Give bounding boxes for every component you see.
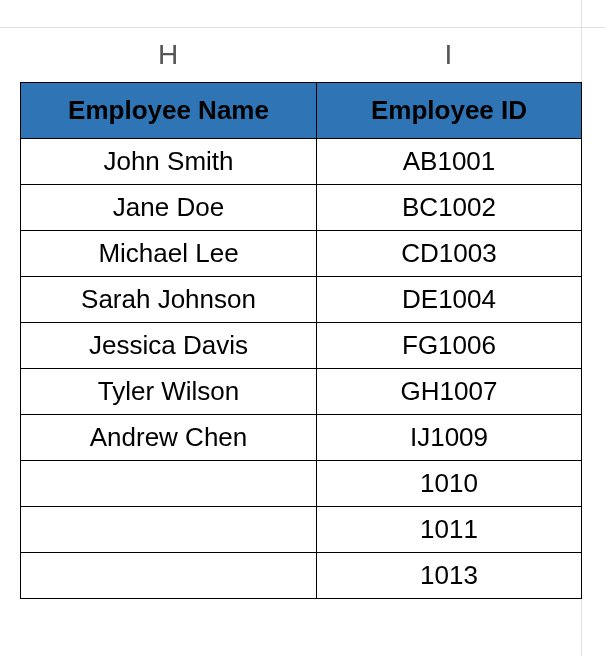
cell-employee-name[interactable]: John Smith — [21, 139, 317, 185]
table-row: 1011 — [21, 507, 582, 553]
cell-employee-name[interactable]: Michael Lee — [21, 231, 317, 277]
spreadsheet-area: H I Employee Name Employee ID John Smith… — [0, 28, 605, 599]
cell-employee-id[interactable]: GH1007 — [317, 369, 582, 415]
table-row: 1010 — [21, 461, 582, 507]
cell-employee-name[interactable] — [21, 507, 317, 553]
cell-employee-id[interactable]: BC1002 — [317, 185, 582, 231]
cell-employee-id[interactable]: IJ1009 — [317, 415, 582, 461]
table-row: Michael Lee CD1003 — [21, 231, 582, 277]
table-row: John Smith AB1001 — [21, 139, 582, 185]
column-header-I[interactable]: I — [316, 28, 581, 82]
cell-employee-name[interactable]: Jane Doe — [21, 185, 317, 231]
cell-employee-id[interactable]: 1010 — [317, 461, 582, 507]
column-header-row: H I — [0, 28, 605, 82]
cell-employee-name[interactable]: Andrew Chen — [21, 415, 317, 461]
table-row: Sarah Johnson DE1004 — [21, 277, 582, 323]
table-header-row: Employee Name Employee ID — [21, 83, 582, 139]
gutter — [0, 82, 20, 599]
column-header-H[interactable]: H — [20, 28, 316, 82]
header-employee-name[interactable]: Employee Name — [21, 83, 317, 139]
cell-employee-id[interactable]: 1013 — [317, 553, 582, 599]
table-row: Andrew Chen IJ1009 — [21, 415, 582, 461]
cell-employee-name[interactable] — [21, 461, 317, 507]
table-row: Jane Doe BC1002 — [21, 185, 582, 231]
cell-employee-name[interactable]: Sarah Johnson — [21, 277, 317, 323]
employee-table: Employee Name Employee ID John Smith AB1… — [20, 82, 582, 599]
cell-employee-id[interactable]: DE1004 — [317, 277, 582, 323]
cell-employee-id[interactable]: 1011 — [317, 507, 582, 553]
cell-employee-id[interactable]: CD1003 — [317, 231, 582, 277]
cell-employee-id[interactable]: FG1006 — [317, 323, 582, 369]
cell-employee-id[interactable]: AB1001 — [317, 139, 582, 185]
table-row: Tyler Wilson GH1007 — [21, 369, 582, 415]
gutter — [0, 28, 20, 82]
cell-employee-name[interactable]: Jessica Davis — [21, 323, 317, 369]
table-row: 1013 — [21, 553, 582, 599]
cell-employee-name[interactable] — [21, 553, 317, 599]
cell-employee-name[interactable]: Tyler Wilson — [21, 369, 317, 415]
table-row: Jessica Davis FG1006 — [21, 323, 582, 369]
header-employee-id[interactable]: Employee ID — [317, 83, 582, 139]
